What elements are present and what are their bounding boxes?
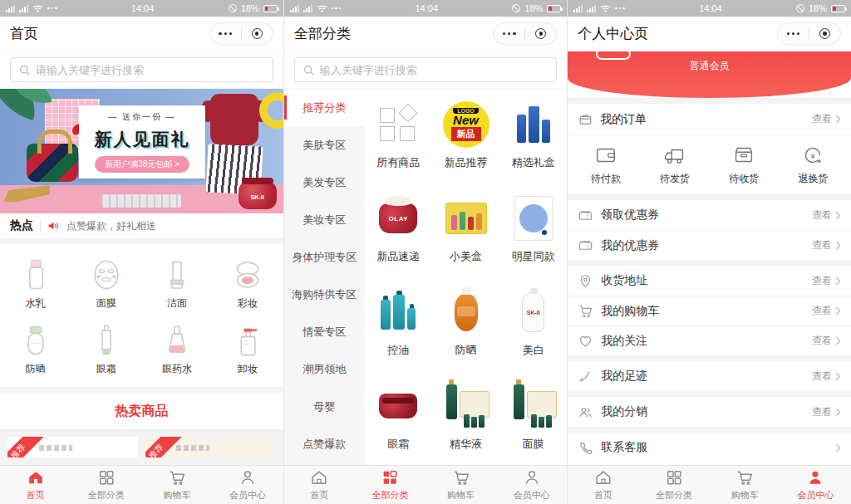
- grid-item-star-pick[interactable]: 明星同款: [499, 186, 567, 280]
- search-input[interactable]: [36, 64, 265, 76]
- tab-categories[interactable]: 全部分类: [639, 466, 710, 504]
- status-to-ship[interactable]: 待发货: [641, 143, 710, 186]
- menu-item-my-follows[interactable]: 我的关注 查看: [568, 325, 851, 355]
- cart-icon: [578, 303, 593, 319]
- orders-view-link[interactable]: 查看: [812, 112, 841, 126]
- view-link[interactable]: 查看: [812, 334, 841, 348]
- more-button[interactable]: [778, 23, 809, 44]
- view-link[interactable]: 查看: [812, 238, 841, 252]
- more-button[interactable]: [494, 23, 524, 44]
- search-box[interactable]: [10, 57, 273, 82]
- status-refund[interactable]: ¥ 退换货: [779, 143, 848, 186]
- profile-content: 普通会员 我的订单 查看 待付款 待发货: [568, 51, 851, 465]
- wifi-icon: [317, 4, 327, 12]
- chevron-right-icon: [835, 211, 841, 220]
- view-link[interactable]: [832, 443, 841, 453]
- tab-home[interactable]: 首页: [568, 466, 638, 504]
- view-link[interactable]: 查看: [812, 304, 841, 318]
- grid-item-all-goods[interactable]: 所有商品: [365, 92, 432, 186]
- category-item-makeup[interactable]: 彩妆: [213, 249, 283, 315]
- more-button[interactable]: [210, 23, 241, 44]
- view-link[interactable]: 查看: [812, 208, 841, 223]
- nav-bar: 首页: [0, 17, 283, 51]
- menu-item-my-cart[interactable]: 我的购物车 查看: [568, 296, 851, 325]
- category-item-eye-drops[interactable]: 眼药水: [141, 315, 212, 380]
- orders-title: 我的订单: [600, 112, 805, 127]
- hot-product-card-2[interactable]: 推荐: [145, 437, 276, 458]
- home-icon: [27, 468, 45, 487]
- tab-home[interactable]: 首页: [0, 466, 71, 504]
- search-section: [0, 51, 283, 89]
- exit-button[interactable]: [525, 23, 556, 44]
- blouse-decoration: [210, 94, 258, 145]
- grid-item-sunscreen[interactable]: 防晒: [432, 280, 499, 374]
- sidebar-item-bodycare[interactable]: 身体护理专区: [284, 238, 365, 276]
- menu-item-footprints[interactable]: 我的足迹 查看: [568, 361, 851, 391]
- category-item-sunscreen[interactable]: 防晒: [0, 315, 71, 380]
- brand-logo-decoration: [39, 445, 72, 451]
- status-to-pay[interactable]: 待付款: [571, 143, 640, 186]
- status-bar: 14:04 18%: [0, 0, 283, 17]
- status-to-receive[interactable]: 待收货: [710, 143, 779, 186]
- menu-item-address[interactable]: 收货地址 查看: [568, 266, 851, 296]
- status-time: 14:04: [131, 3, 155, 13]
- sidebar-item-recommended[interactable]: 推荐分类: [284, 89, 365, 126]
- view-link[interactable]: 查看: [812, 369, 841, 384]
- grid-item-mask[interactable]: 面膜: [499, 374, 567, 465]
- tab-categories[interactable]: 全部分类: [355, 466, 426, 504]
- grid-item-gift-box[interactable]: 精选礼盒: [499, 92, 567, 186]
- tab-home[interactable]: 首页: [284, 466, 355, 504]
- grid-item-new-arrivals[interactable]: LOGO New 新品 新品推荐: [432, 92, 499, 186]
- grid-item-beauty-box[interactable]: 小美盒: [432, 186, 499, 280]
- category-item-eye-cream[interactable]: 眼霜: [71, 315, 141, 380]
- view-link[interactable]: 查看: [812, 405, 841, 419]
- category-item-cleanser[interactable]: 洁面: [141, 249, 212, 315]
- exit-button[interactable]: [242, 23, 273, 44]
- target-icon: [535, 28, 546, 39]
- banner-cta-pill[interactable]: 新用户满38元包邮 >: [95, 156, 189, 173]
- category-item-toner[interactable]: 水乳: [0, 249, 71, 315]
- sidebar-item-baby[interactable]: 母婴: [284, 388, 365, 425]
- sidebar-item-love[interactable]: 情爱专区: [284, 313, 365, 350]
- tab-categories[interactable]: 全部分类: [71, 466, 141, 504]
- orders-header[interactable]: 我的订单 查看: [568, 104, 851, 135]
- sidebar-item-makeup[interactable]: 美妆专区: [284, 201, 365, 238]
- grid-item-eye-cream[interactable]: 眼霜: [365, 374, 432, 465]
- sidebar-item-popular[interactable]: 点赞爆款: [284, 425, 365, 462]
- promo-banner[interactable]: SK-II — 送你一份 — 新人见面礼 新用户满38元包邮 >: [0, 89, 283, 213]
- sidebar-item-hair[interactable]: 美发专区: [284, 164, 365, 201]
- grid-item-serum[interactable]: 精华液: [432, 374, 499, 465]
- menu-item-get-coupons[interactable]: 领取优惠券 查看: [568, 200, 851, 230]
- tab-member[interactable]: 会员中心: [213, 466, 283, 504]
- menu-item-distribution[interactable]: 我的分销 查看: [568, 397, 851, 427]
- grid-item-whitening[interactable]: SK-II 美白: [499, 280, 567, 374]
- sidebar-item-men[interactable]: 潮男领地: [284, 350, 365, 388]
- grid-item-oil-control[interactable]: 控油: [365, 280, 432, 374]
- hot-news-bar[interactable]: 热点 点赞爆款，好礼相送: [0, 213, 283, 238]
- eye-cream-tube-icon: [88, 322, 125, 359]
- chevron-right-icon: [835, 241, 841, 250]
- miniprogram-capsule: [493, 22, 557, 45]
- tab-cart[interactable]: 购物车: [710, 466, 780, 504]
- blue-bottles-image: [517, 106, 550, 143]
- tab-cart[interactable]: 购物车: [426, 466, 496, 504]
- tab-member[interactable]: 会员中心: [496, 466, 567, 504]
- sidebar-item-overseas[interactable]: 海购特供专区: [284, 276, 365, 313]
- grid-item-new-express[interactable]: OLAY 新品速递: [365, 186, 432, 280]
- menu-item-customer-service[interactable]: 联系客服: [568, 433, 851, 462]
- search-box[interactable]: [294, 57, 558, 82]
- banner-subtitle: — 送你一份 —: [108, 111, 176, 123]
- brand-logo-decoration: [176, 445, 209, 451]
- menu-item-my-coupons[interactable]: 我的优惠券 查看: [568, 230, 851, 260]
- tab-cart[interactable]: 购物车: [141, 466, 212, 504]
- category-item-remover[interactable]: 卸妆: [213, 315, 283, 380]
- exit-button[interactable]: [809, 23, 840, 44]
- sidebar-item-skin[interactable]: 美肤专区: [284, 126, 365, 164]
- hot-product-card-1[interactable]: 推荐: [7, 437, 138, 458]
- location-pin-icon: [578, 273, 593, 289]
- view-link[interactable]: 查看: [812, 274, 841, 288]
- tab-bar: 首页 全部分类 购物车 会员中心: [0, 465, 283, 504]
- category-item-mask[interactable]: 面膜: [71, 249, 141, 315]
- search-input[interactable]: [320, 64, 549, 76]
- tab-member[interactable]: 会员中心: [780, 466, 851, 504]
